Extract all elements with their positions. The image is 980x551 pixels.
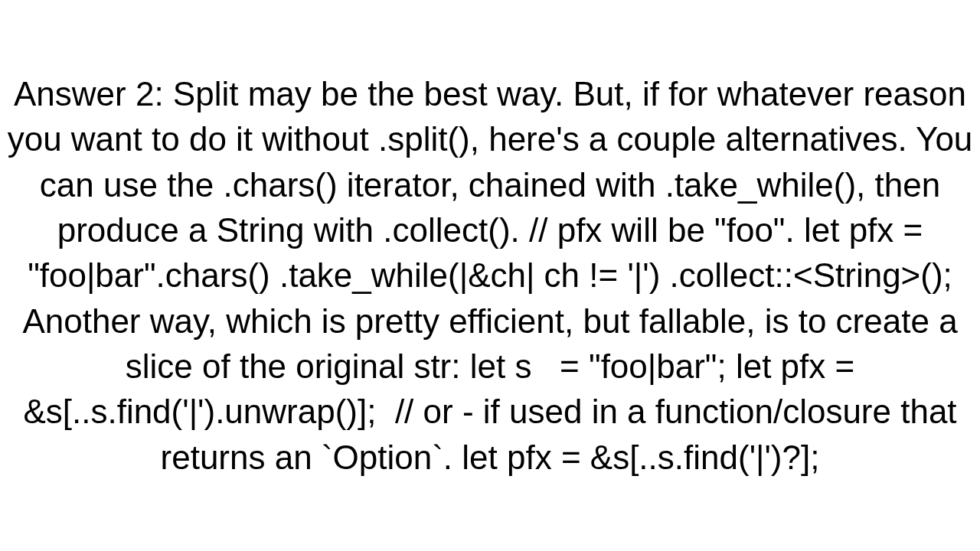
code1-comment: // pfx will be "foo". [529, 211, 795, 249]
code2-line3: let pfx = &s[..s.find('|')?]; [462, 439, 819, 476]
code2-line1: let s = "foo|bar"; [470, 347, 727, 385]
answer-text: Answer 2: Split may be the best way. But… [0, 71, 980, 481]
code1-line3: .collect::<String>(); [670, 256, 952, 294]
answer-label: Answer 2: [14, 75, 164, 112]
code1-line2: .take_while(|&ch| ch != '|') [279, 256, 660, 294]
answer-content: Answer 2: Split may be the best way. But… [0, 0, 980, 551]
